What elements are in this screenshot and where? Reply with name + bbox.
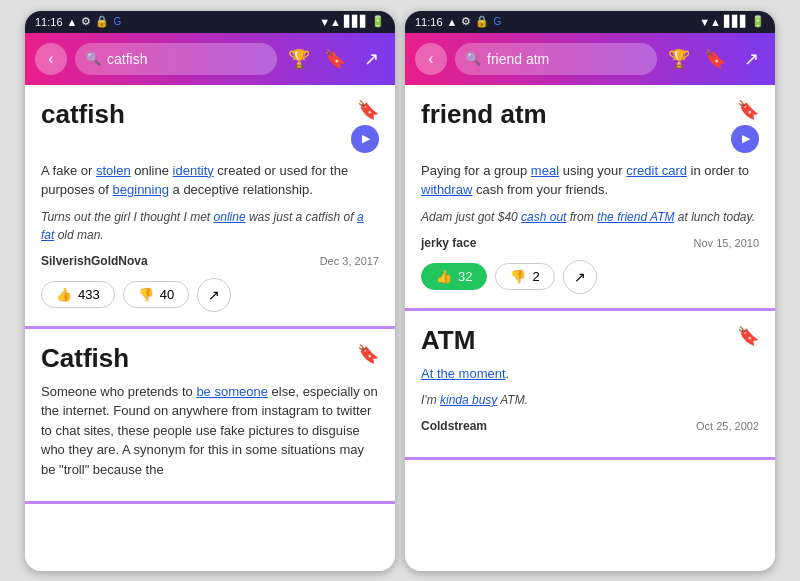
wifi-icon: ▼▲	[319, 16, 341, 28]
entry-0: catfish 🔖 A fake or stolen online identi…	[25, 85, 395, 329]
bookmark-icon[interactable]: 🔖	[357, 343, 379, 365]
thumb-up-icon	[436, 269, 452, 284]
entry-1: ATM 🔖 At the moment. I'm kinda busy ATM.…	[405, 311, 775, 461]
phones-container: 11:16 ▲ ⚙ 🔒 G ▼▲ ▋▋▋ 🔋 ‹ 🔍 catfish 🏆 🔖 ↗	[15, 1, 785, 581]
play-icon[interactable]	[351, 125, 379, 153]
upvote-count: 32	[458, 269, 472, 284]
status-time: 11:16	[415, 16, 443, 28]
battery-icon: 🔋	[751, 15, 765, 28]
author-name: SilverishGoldNova	[41, 254, 148, 268]
upvote-count: 433	[78, 287, 100, 302]
signal-icon: ▲	[447, 16, 458, 28]
entry-date: Oct 25, 2002	[696, 420, 759, 432]
bookmark-header-icon[interactable]: 🔖	[321, 48, 349, 70]
definition-text: Someone who pretends to be someone else,…	[41, 382, 379, 480]
trophy-icon[interactable]: 🏆	[665, 48, 693, 70]
bookmark-icon[interactable]: 🔖	[737, 99, 759, 121]
alert-icon: ⚙	[461, 15, 471, 28]
entry-meta: SilverishGoldNova Dec 3, 2017	[41, 254, 379, 268]
entry-header: catfish 🔖	[41, 99, 379, 153]
entry-icons: 🔖	[357, 343, 379, 365]
vote-row: 32 2 ↗	[421, 260, 759, 294]
play-icon[interactable]	[731, 125, 759, 153]
vpn-icon: 🔒	[475, 15, 489, 28]
vpn-icon: 🔒	[95, 15, 109, 28]
content-area: catfish 🔖 A fake or stolen online identi…	[25, 85, 395, 571]
entry-word: ATM	[421, 325, 475, 356]
alert-icon: ⚙	[81, 15, 91, 28]
entry-0: friend atm 🔖 Paying for a group meal usi…	[405, 85, 775, 311]
bookmark-icon[interactable]: 🔖	[737, 325, 759, 347]
downvote-button[interactable]: 40	[123, 281, 189, 308]
downvote-count: 40	[160, 287, 174, 302]
search-icon: 🔍	[465, 51, 481, 66]
entry-word: friend atm	[421, 99, 547, 130]
search-icon: 🔍	[85, 51, 101, 66]
bookmark-header-icon[interactable]: 🔖	[701, 48, 729, 70]
back-button[interactable]: ‹	[415, 43, 447, 75]
entry-meta: Coldstream Oct 25, 2002	[421, 419, 759, 433]
battery-icon: 🔋	[371, 15, 385, 28]
definition-text: A fake or stolen online identity created…	[41, 161, 379, 200]
entry-date: Nov 15, 2010	[694, 237, 759, 249]
wifi-icon: ▼▲	[699, 16, 721, 28]
signal-icon: ▲	[67, 16, 78, 28]
phone-left: 11:16 ▲ ⚙ 🔒 G ▼▲ ▋▋▋ 🔋 ‹ 🔍 catfish 🏆 🔖 ↗	[25, 11, 395, 571]
header: ‹ 🔍 friend atm 🏆 🔖 ↗	[405, 33, 775, 85]
status-left: 11:16 ▲ ⚙ 🔒 G	[35, 15, 121, 28]
thumb-down-icon	[138, 287, 154, 302]
entry-1: Catfish 🔖 Someone who pretends to be som…	[25, 329, 395, 505]
share-icon: ↗	[208, 287, 220, 303]
definition-text: Paying for a group meal using your credi…	[421, 161, 759, 200]
search-bar[interactable]: 🔍 catfish	[75, 43, 277, 75]
example-text: I'm kinda busy ATM.	[421, 391, 759, 409]
downvote-button[interactable]: 2	[495, 263, 554, 290]
entry-word: catfish	[41, 99, 125, 130]
google-icon: G	[493, 16, 501, 27]
signal-bars: ▋▋▋	[724, 15, 748, 28]
search-bar[interactable]: 🔍 friend atm	[455, 43, 657, 75]
status-right: ▼▲ ▋▋▋ 🔋	[319, 15, 385, 28]
search-query: catfish	[107, 51, 147, 67]
thumb-up-icon	[56, 287, 72, 302]
share-icon: ↗	[574, 269, 586, 285]
entry-icons: 🔖	[737, 325, 759, 347]
definition-text: At the moment.	[421, 364, 759, 384]
status-left: 11:16 ▲ ⚙ 🔒 G	[415, 15, 501, 28]
entry-date: Dec 3, 2017	[320, 255, 379, 267]
phone-right: 11:16 ▲ ⚙ 🔒 G ▼▲ ▋▋▋ 🔋 ‹ 🔍 friend atm 🏆 …	[405, 11, 775, 571]
search-query: friend atm	[487, 51, 549, 67]
entry-header: friend atm 🔖	[421, 99, 759, 153]
status-time: 11:16	[35, 16, 63, 28]
share-header-icon[interactable]: ↗	[357, 48, 385, 70]
upvote-button[interactable]: 433	[41, 281, 115, 308]
entry-icons: 🔖	[731, 99, 759, 153]
share-header-icon[interactable]: ↗	[737, 48, 765, 70]
signal-bars: ▋▋▋	[344, 15, 368, 28]
upvote-button[interactable]: 32	[421, 263, 487, 290]
entry-word: Catfish	[41, 343, 129, 374]
thumb-down-icon	[510, 269, 526, 284]
trophy-icon[interactable]: 🏆	[285, 48, 313, 70]
header: ‹ 🔍 catfish 🏆 🔖 ↗	[25, 33, 395, 85]
share-button[interactable]: ↗	[197, 278, 231, 312]
status-right: ▼▲ ▋▋▋ 🔋	[699, 15, 765, 28]
entry-icons: 🔖	[351, 99, 379, 153]
example-text: Adam just got $40 cash out from the frie…	[421, 208, 759, 226]
status-bar: 11:16 ▲ ⚙ 🔒 G ▼▲ ▋▋▋ 🔋	[405, 11, 775, 33]
author-name: jerky face	[421, 236, 476, 250]
example-text: Turns out the girl I thought I met onlin…	[41, 208, 379, 244]
author-name: Coldstream	[421, 419, 487, 433]
downvote-count: 2	[532, 269, 539, 284]
content-area: friend atm 🔖 Paying for a group meal usi…	[405, 85, 775, 571]
google-icon: G	[113, 16, 121, 27]
entry-header: ATM 🔖	[421, 325, 759, 356]
entry-header: Catfish 🔖	[41, 343, 379, 374]
bookmark-icon[interactable]: 🔖	[357, 99, 379, 121]
share-button[interactable]: ↗	[563, 260, 597, 294]
entry-meta: jerky face Nov 15, 2010	[421, 236, 759, 250]
vote-row: 433 40 ↗	[41, 278, 379, 312]
status-bar: 11:16 ▲ ⚙ 🔒 G ▼▲ ▋▋▋ 🔋	[25, 11, 395, 33]
back-button[interactable]: ‹	[35, 43, 67, 75]
